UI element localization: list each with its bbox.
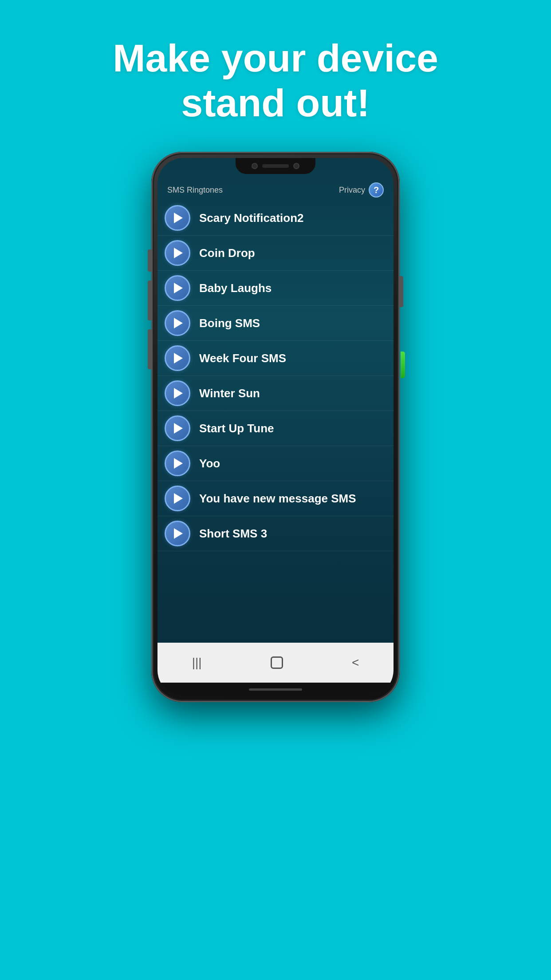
home-button[interactable] [271, 656, 283, 669]
help-button[interactable]: ? [369, 182, 384, 198]
play-button-7[interactable] [165, 415, 190, 441]
power-button [400, 276, 403, 307]
play-button-1[interactable] [165, 205, 190, 231]
ringtone-name-4: Boing SMS [199, 316, 260, 330]
play-button-3[interactable] [165, 275, 190, 301]
play-button-4[interactable] [165, 310, 190, 336]
play-icon-1 [174, 213, 183, 223]
phone-shell: SMS Ringtones Privacy ? Scary Notificati… [151, 152, 400, 702]
play-icon-6 [174, 388, 183, 399]
notch-bar [157, 158, 394, 181]
phone-screen: SMS Ringtones Privacy ? Scary Notificati… [157, 158, 394, 696]
ringtone-name-6: Winter Sun [199, 387, 260, 400]
front-camera [252, 163, 258, 169]
play-button-8[interactable] [165, 450, 190, 476]
ringtone-name-7: Start Up Tune [199, 422, 274, 435]
phone-mockup: SMS Ringtones Privacy ? Scary Notificati… [151, 152, 400, 933]
status-bar: SMS Ringtones Privacy ? [157, 181, 394, 199]
play-button-5[interactable] [165, 345, 190, 371]
play-icon-10 [174, 528, 183, 539]
headline-line2: stand out! [181, 81, 370, 125]
navigation-bar: ||| < [157, 643, 394, 683]
back-button[interactable]: < [352, 656, 359, 670]
volume-down-button [148, 281, 151, 320]
recents-button[interactable]: ||| [192, 656, 202, 670]
ringtone-item-1[interactable]: Scary Notification2 [157, 201, 394, 236]
play-button-2[interactable] [165, 240, 190, 266]
notch [236, 158, 315, 174]
ringtone-item-6[interactable]: Winter Sun [157, 376, 394, 411]
ringtone-name-10: Short SMS 3 [199, 527, 267, 541]
headline-line1: Make your device [113, 36, 438, 80]
play-icon-7 [174, 423, 183, 434]
ringtone-item-4[interactable]: Boing SMS [157, 306, 394, 341]
headline: Make your device stand out! [86, 36, 465, 125]
play-button-10[interactable] [165, 521, 190, 546]
green-accent [401, 352, 405, 378]
bottom-bar [157, 683, 394, 696]
volume-up-button [148, 249, 151, 272]
ringtone-item-8[interactable]: Yoo [157, 446, 394, 481]
silent-button [148, 329, 151, 369]
ringtone-item-3[interactable]: Baby Laughs [157, 271, 394, 306]
ringtone-item-2[interactable]: Coin Drop [157, 236, 394, 271]
ringtone-name-9: You have new message SMS [199, 492, 356, 506]
ringtone-item-7[interactable]: Start Up Tune [157, 411, 394, 446]
earpiece-speaker [262, 164, 289, 168]
play-icon-3 [174, 283, 183, 293]
status-bar-right: Privacy ? [339, 182, 384, 198]
ringtone-name-8: Yoo [199, 457, 220, 470]
play-icon-2 [174, 248, 183, 258]
face-sensor [293, 163, 299, 169]
ringtone-list: Scary Notification2Coin DropBaby LaughsB… [157, 199, 394, 643]
ringtone-name-1: Scary Notification2 [199, 211, 304, 225]
ringtone-name-2: Coin Drop [199, 246, 255, 260]
play-button-6[interactable] [165, 380, 190, 406]
ringtone-item-5[interactable]: Week Four SMS [157, 341, 394, 376]
ringtone-item-10[interactable]: Short SMS 3 [157, 516, 394, 551]
home-indicator [249, 688, 302, 691]
ringtone-item-9[interactable]: You have new message SMS [157, 481, 394, 516]
play-icon-9 [174, 493, 183, 504]
app-title: SMS Ringtones [167, 186, 223, 195]
privacy-link[interactable]: Privacy [339, 186, 365, 195]
play-button-9[interactable] [165, 486, 190, 511]
play-icon-5 [174, 353, 183, 364]
play-icon-4 [174, 318, 183, 328]
ringtone-name-3: Baby Laughs [199, 281, 272, 295]
play-icon-8 [174, 458, 183, 469]
ringtone-name-5: Week Four SMS [199, 352, 286, 365]
